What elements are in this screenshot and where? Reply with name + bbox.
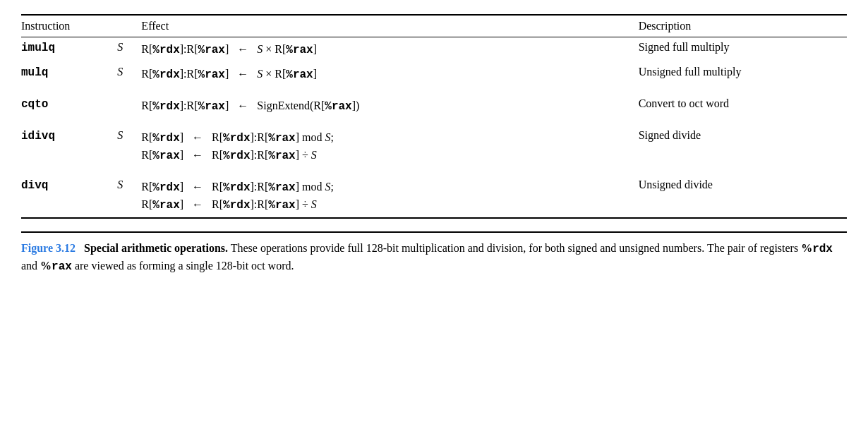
table-row: idivq S R[%rdx] ← R[%rdx]:R[%rax] mod S;… [21, 126, 847, 168]
effect-cell: R[%rdx]:R[%rax] ← S × R[%rax] [141, 62, 638, 87]
header-description: Description [639, 15, 847, 37]
header-s [117, 15, 141, 37]
s-cell: S [117, 62, 141, 87]
instruction-label: mulq [21, 66, 48, 79]
s-cell [117, 94, 141, 119]
caption-text-2: and [21, 260, 40, 272]
effect-cell: R[%rdx]:R[%rax] ← S × R[%rax] [141, 37, 638, 63]
operand-s: S [117, 66, 123, 78]
s-cell: S [117, 175, 141, 218]
table-row: mulq S R[%rdx]:R[%rax] ← S × R[%rax] Uns… [21, 62, 847, 87]
effect-line-2: R[%rax] ← R[%rdx]:R[%rax] ÷ S [141, 196, 631, 214]
operand-s: S [117, 178, 123, 190]
instruction-cell: imulq [21, 37, 117, 63]
main-table: Instruction Effect Description imulq S R… [21, 14, 847, 219]
operand-s: S [117, 129, 123, 141]
table-row: divq S R[%rdx] ← R[%rdx]:R[%rax] mod S; … [21, 175, 847, 218]
effect-cell: R[%rdx]:R[%rax] ← SignExtend(R[%rax]) [141, 94, 638, 119]
rdx-ref: %rdx [801, 242, 833, 254]
spacer-row [21, 168, 847, 175]
instruction-cell: cqto [21, 94, 117, 119]
header-instruction: Instruction [21, 15, 117, 37]
description-cell: Unsigned full multiply [639, 62, 847, 87]
effect-line-1: R[%rdx] ← R[%rdx]:R[%rax] mod S; [141, 129, 631, 147]
effect-line-1: R[%rdx] ← R[%rdx]:R[%rax] mod S; [141, 178, 631, 196]
caption-paragraph: Figure 3.12 Special arithmetic operation… [21, 240, 847, 275]
instruction-label: cqto [21, 98, 48, 111]
instruction-label: idivq [21, 130, 55, 143]
s-cell: S [117, 37, 141, 63]
instruction-label: imulq [21, 42, 55, 54]
description-cell: Signed divide [639, 126, 847, 168]
bottom-border-row [21, 218, 847, 219]
caption-text-1: These operations provide full 128-bit mu… [231, 242, 801, 254]
effect-line: R[%rdx]:R[%rax] ← S × R[%rax] [141, 41, 631, 59]
operand-s: S [117, 41, 123, 53]
description-cell: Signed full multiply [639, 37, 847, 63]
spacer-row [21, 87, 847, 94]
effect-cell: R[%rdx] ← R[%rdx]:R[%rax] mod S; R[%rax]… [141, 175, 638, 218]
instruction-cell: mulq [21, 62, 117, 87]
spacer-row [21, 119, 847, 126]
instruction-label: divq [21, 179, 48, 192]
description-cell: Convert to oct word [639, 94, 847, 119]
table-row: imulq S R[%rdx]:R[%rax] ← S × R[%rax] Si… [21, 37, 847, 63]
table-row: cqto R[%rdx]:R[%rax] ← SignExtend(R[%rax… [21, 94, 847, 119]
header-effect: Effect [141, 15, 638, 37]
effect-cell: R[%rdx] ← R[%rdx]:R[%rax] mod S; R[%rax]… [141, 126, 638, 168]
instruction-cell: idivq [21, 126, 117, 168]
effect-line: R[%rdx]:R[%rax] ← SignExtend(R[%rax]) [141, 97, 631, 115]
caption-text-3: are viewed as forming a single 128-bit o… [72, 260, 294, 272]
figure-caption: Figure 3.12 Special arithmetic operation… [21, 231, 847, 275]
s-cell: S [117, 126, 141, 168]
figure-title: Special arithmetic operations. [84, 242, 228, 254]
effect-line: R[%rdx]:R[%rax] ← S × R[%rax] [141, 66, 631, 83]
description-cell: Unsigned divide [639, 175, 847, 218]
figure-label: Figure 3.12 [21, 242, 76, 254]
instruction-cell: divq [21, 175, 117, 218]
rax-ref: %rax [40, 260, 72, 272]
effect-line-2: R[%rax] ← R[%rdx]:R[%rax] ÷ S [141, 147, 631, 164]
